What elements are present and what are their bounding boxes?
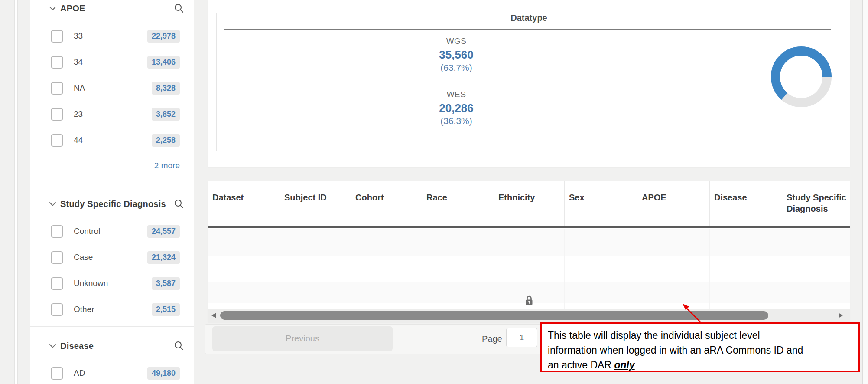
filter-label: NA [74, 83, 85, 93]
filter-label: 23 [74, 109, 83, 119]
filter-label: 44 [74, 135, 83, 145]
filter-row: Unknown3,587 [30, 270, 194, 296]
filter-count-badge: 3,587 [152, 277, 180, 290]
annotation-line3: an active DAR [548, 359, 614, 371]
checkbox[interactable] [51, 134, 63, 147]
filter-count-badge: 13,406 [147, 56, 180, 69]
filter-count-badge: 22,978 [147, 30, 180, 43]
checkbox[interactable] [51, 303, 63, 316]
chart-stats: WGS 35,560 (63.7%) WES 20,286 (36.3%) [396, 36, 517, 126]
horizontal-scrollbar[interactable] [208, 309, 850, 322]
section-title: APOE [60, 3, 85, 13]
filter-row: 3322,978 [30, 23, 194, 49]
page-label: Page [482, 325, 502, 354]
filter-row: Control24,557 [30, 218, 194, 244]
filter-count-badge: 2,258 [152, 134, 180, 147]
column-header-ethnicity[interactable]: Ethnicity [494, 181, 565, 226]
column-header-sex[interactable]: Sex [565, 181, 637, 226]
checkbox[interactable] [51, 367, 63, 380]
stat-label-wgs: WGS [396, 36, 517, 46]
section-header-study-specific-diagnosis[interactable]: Study Specific Diagnosis [30, 197, 194, 211]
table-body: You only have access to summary data [208, 229, 850, 317]
checkbox[interactable] [51, 251, 63, 264]
filter-label: Unknown [74, 279, 108, 288]
annotation-line2: information when logged in with an aRA C… [548, 345, 803, 356]
filter-items-apoe: 3322,9783413,406NA8,328233,852442,258 [30, 23, 194, 153]
filter-row: 233,852 [30, 101, 194, 127]
search-icon[interactable] [174, 3, 184, 13]
left-edge-panel [14, 0, 18, 384]
right-edge-panel [862, 0, 868, 384]
chevron-down-icon[interactable] [49, 344, 56, 348]
annotation-line1: This table will display the individual s… [548, 330, 760, 341]
subjects-table: DatasetSubject IDCohortRaceEthnicitySexA… [208, 181, 850, 322]
filter-items-study-specific-diagnosis: Control24,557Case21,324Unknown3,587Other… [30, 218, 194, 322]
filter-label: Other [74, 305, 94, 314]
section-title: Disease [60, 341, 94, 351]
section-header-apoe[interactable]: APOE [30, 1, 194, 15]
search-icon[interactable] [174, 199, 184, 209]
stat-value-wes: 20,286 [396, 102, 517, 115]
filter-label: 33 [74, 31, 83, 41]
scrollbar-thumb[interactable] [220, 311, 768, 320]
datatype-chart-panel: Datatype WGS 35,560 (63.7%) WES 20,286 (… [208, 0, 850, 167]
filter-row: NA8,328 [30, 75, 194, 101]
lock-icon [525, 299, 533, 307]
annotation-callout: This table will display the individual s… [540, 322, 860, 372]
stat-value-wgs: 35,560 [396, 48, 517, 62]
filter-count-badge: 3,852 [152, 108, 180, 121]
filter-label: Case [74, 253, 93, 262]
stat-label-wes: WES [396, 90, 517, 99]
checkbox[interactable] [51, 82, 63, 95]
column-header-subject-id[interactable]: Subject ID [280, 181, 351, 226]
scroll-left-icon[interactable] [211, 313, 216, 318]
donut-chart [769, 44, 834, 109]
checkbox[interactable] [51, 277, 63, 290]
chart-axis-line [216, 13, 217, 151]
filter-count-badge: 8,328 [152, 82, 180, 95]
annotation-emphasis: only [614, 359, 634, 371]
filter-count-badge: 2,515 [152, 303, 180, 316]
page: { "sidebar": { "sections": [ { "title": … [0, 0, 868, 384]
filter-items-disease: AD49,180 [30, 360, 194, 384]
filter-row: Other2,515 [30, 296, 194, 322]
column-header-study-specific-diagnosis[interactable]: Study Specific Diagnosis [782, 181, 850, 226]
page-input[interactable] [506, 328, 537, 347]
filter-sidebar: APOE 3322,9783413,406NA8,328233,852442,2… [30, 0, 194, 384]
filter-row: 3413,406 [30, 49, 194, 75]
stat-percent-wes: (36.3%) [396, 116, 517, 126]
table-header-row: DatasetSubject IDCohortRaceEthnicitySexA… [208, 181, 850, 228]
section-title: Study Specific Diagnosis [60, 199, 166, 209]
filter-label: AD [74, 368, 85, 378]
filter-label: Control [74, 226, 100, 236]
checkbox[interactable] [51, 56, 63, 69]
divider [30, 326, 194, 327]
filter-count-badge: 49,180 [147, 367, 180, 380]
show-more-link[interactable]: 2 more [154, 161, 180, 171]
previous-button[interactable]: Previous [212, 326, 393, 351]
chevron-down-icon[interactable] [49, 202, 56, 207]
column-header-disease[interactable]: Disease [710, 181, 782, 226]
column-header-cohort[interactable]: Cohort [351, 181, 422, 226]
column-header-race[interactable]: Race [422, 181, 494, 226]
filter-label: 34 [74, 57, 83, 67]
section-header-disease[interactable]: Disease [30, 339, 194, 353]
filter-row: AD49,180 [30, 360, 194, 384]
filter-count-badge: 24,557 [147, 225, 180, 238]
filter-row: Case21,324 [30, 244, 194, 270]
stat-percent-wgs: (63.7%) [396, 62, 517, 73]
checkbox[interactable] [51, 108, 63, 121]
column-header-dataset[interactable]: Dataset [208, 181, 280, 226]
chevron-down-icon[interactable] [49, 6, 56, 11]
checkbox[interactable] [51, 225, 63, 238]
chart-title-rule [224, 29, 831, 30]
scroll-right-icon[interactable] [839, 313, 843, 318]
divider [30, 186, 194, 186]
chart-title: Datatype [208, 13, 850, 23]
filter-count-badge: 21,324 [147, 251, 180, 264]
checkbox[interactable] [51, 30, 63, 43]
filter-row: 442,258 [30, 127, 194, 153]
search-icon[interactable] [174, 341, 184, 351]
column-header-apoe[interactable]: APOE [637, 181, 710, 226]
